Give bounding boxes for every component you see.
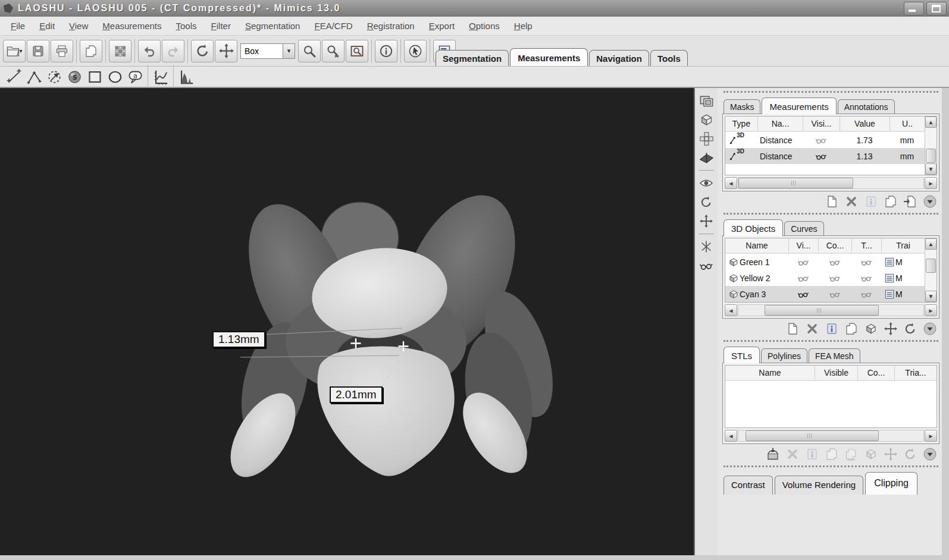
- col-value[interactable]: Value: [840, 117, 890, 131]
- info-button[interactable]: [375, 40, 397, 62]
- tab-tools[interactable]: Tools: [650, 50, 688, 66]
- measure-ellipse-button[interactable]: [105, 68, 125, 86]
- scroll-thumb[interactable]: [765, 305, 879, 316]
- scroll-thumb[interactable]: [746, 430, 879, 441]
- col-visible[interactable]: Visi...: [803, 117, 840, 131]
- object-row[interactable]: Yellow 2 M: [725, 270, 925, 286]
- zoom-in-button[interactable]: [298, 40, 321, 62]
- scroll-right-icon[interactable]: ►: [925, 430, 937, 442]
- menu-measurements[interactable]: Measurements: [96, 18, 167, 33]
- duplicate-icon[interactable]: [884, 194, 898, 209]
- tab-navigation[interactable]: Navigation: [589, 50, 649, 66]
- glasses-icon[interactable]: [815, 150, 827, 162]
- rotate-tool-button[interactable]: [191, 40, 214, 62]
- menu-export[interactable]: Export: [423, 18, 461, 33]
- properties-icon[interactable]: [864, 194, 878, 209]
- panel-splitter[interactable]: [724, 213, 938, 215]
- clipping-plane-button[interactable]: [697, 148, 716, 167]
- col-transparency[interactable]: T...: [851, 238, 881, 253]
- print-button[interactable]: [51, 40, 73, 62]
- pan-tool-button[interactable]: [215, 40, 237, 62]
- objects-horizontal-scrollbar[interactable]: ◄ ►: [725, 304, 937, 316]
- toggle-visibility-button[interactable]: [697, 256, 716, 275]
- measurement-row[interactable]: 3D Distance 1.73 mm: [725, 132, 925, 148]
- move-icon[interactable]: [884, 322, 898, 336]
- tab-segmentation[interactable]: Segmentation: [436, 50, 509, 66]
- move-view-button[interactable]: [697, 212, 716, 231]
- tab-contrast[interactable]: Contrast: [724, 476, 773, 495]
- scroll-right-icon[interactable]: ►: [925, 304, 937, 316]
- col-visible[interactable]: Vi...: [788, 238, 818, 253]
- duplicate-icon[interactable]: [825, 447, 839, 461]
- delete-icon[interactable]: [805, 322, 819, 336]
- tab-curves[interactable]: Curves: [784, 221, 823, 235]
- col-visible[interactable]: Visible: [815, 366, 857, 380]
- redo-button[interactable]: [162, 40, 184, 62]
- glasses-icon[interactable]: [860, 288, 872, 300]
- menu-options[interactable]: Options: [463, 18, 506, 33]
- glasses-icon[interactable]: [860, 272, 872, 284]
- open-project-button[interactable]: ▾: [3, 40, 26, 62]
- panel-splitter[interactable]: [724, 465, 938, 467]
- copy-button[interactable]: [80, 40, 102, 62]
- properties-icon[interactable]: [825, 322, 839, 336]
- glasses-icon[interactable]: [829, 272, 841, 284]
- glasses-icon[interactable]: [797, 288, 809, 300]
- pointer-mode-button[interactable]: [404, 40, 427, 62]
- scroll-thumb[interactable]: [738, 178, 853, 188]
- scroll-up-icon[interactable]: ▲: [925, 238, 937, 250]
- view-mode-caret-icon[interactable]: ▾: [283, 43, 295, 59]
- visibility-button[interactable]: [697, 174, 716, 193]
- tab-stls[interactable]: STLs: [724, 347, 760, 363]
- col-type[interactable]: Type: [725, 117, 757, 131]
- object-row[interactable]: Green 1 M: [725, 254, 925, 270]
- objects-vertical-scrollbar[interactable]: ▲ ▼: [925, 238, 937, 302]
- delete-icon[interactable]: [844, 194, 859, 209]
- tab-polylines[interactable]: Polylines: [761, 348, 807, 363]
- measurement-row[interactable]: 3D Distance 1.13 mm: [725, 148, 925, 164]
- menu-fea-cfd[interactable]: FEA/CFD: [308, 18, 358, 33]
- menu-registration[interactable]: Registration: [361, 18, 421, 33]
- new-measurement-icon[interactable]: [825, 194, 839, 209]
- more-dropdown-icon[interactable]: [923, 322, 937, 336]
- distance-label-1[interactable]: 1.13mm: [212, 331, 265, 348]
- move-icon[interactable]: [884, 447, 898, 461]
- tab-clipping[interactable]: Clipping: [865, 472, 917, 495]
- more-dropdown-icon[interactable]: [923, 194, 937, 209]
- tab-3d-objects[interactable]: 3D Objects: [724, 219, 783, 236]
- col-unit[interactable]: U..: [890, 117, 925, 131]
- menu-help[interactable]: Help: [508, 18, 538, 33]
- maximize-button[interactable]: [926, 2, 947, 15]
- zoom-box-button[interactable]: [346, 40, 368, 62]
- measure-diameter-button[interactable]: [44, 68, 64, 86]
- histogram-button[interactable]: [176, 68, 196, 86]
- rotate-icon[interactable]: [903, 322, 917, 336]
- scroll-down-icon[interactable]: ▼: [925, 163, 937, 175]
- col-contour[interactable]: Co...: [857, 366, 894, 380]
- load-stl-icon[interactable]: [766, 447, 780, 461]
- scroll-up-icon[interactable]: ▲: [925, 117, 937, 128]
- cube-icon[interactable]: [864, 447, 878, 461]
- undo-button[interactable]: [138, 40, 161, 62]
- col-triangles[interactable]: Tria...: [894, 366, 937, 380]
- scroll-left-icon[interactable]: ◄: [725, 304, 737, 316]
- measurements-horizontal-scrollbar[interactable]: ◄ ►: [725, 177, 937, 189]
- layout-views-button[interactable]: [697, 91, 716, 110]
- view-mode-select[interactable]: Box ▾: [240, 43, 295, 59]
- glasses-icon[interactable]: [797, 256, 809, 268]
- glasses-icon[interactable]: [860, 256, 872, 268]
- cube-icon[interactable]: [864, 322, 878, 336]
- scroll-left-icon[interactable]: ◄: [725, 430, 737, 442]
- glasses-icon[interactable]: [829, 256, 841, 268]
- profile-line-button[interactable]: [151, 68, 171, 86]
- tab-volume-rendering[interactable]: Volume Rendering: [775, 476, 863, 495]
- delete-icon[interactable]: [785, 447, 800, 461]
- col-name[interactable]: Name: [725, 238, 788, 253]
- measure-density-sphere-button[interactable]: [64, 68, 84, 86]
- scroll-right-icon[interactable]: ►: [925, 177, 937, 189]
- tab-measurements-panel[interactable]: Measurements: [762, 97, 836, 114]
- col-contour[interactable]: Co...: [818, 238, 851, 253]
- menu-view[interactable]: View: [63, 18, 94, 33]
- distance-label-2[interactable]: 2.01mm: [330, 386, 383, 403]
- measure-distance-button[interactable]: [4, 68, 24, 86]
